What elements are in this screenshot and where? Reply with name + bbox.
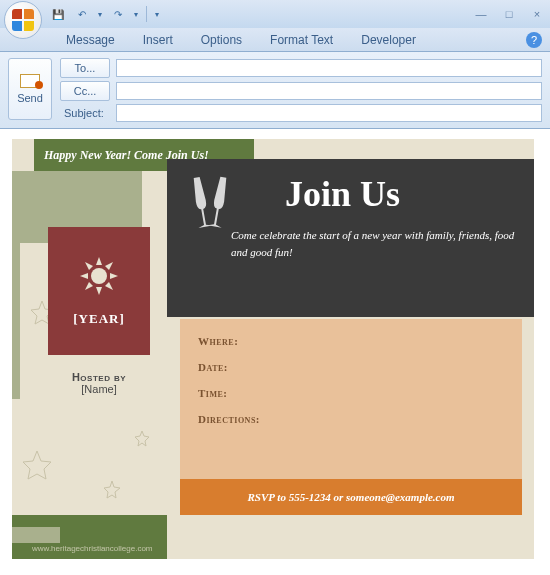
quick-access-toolbar: 💾 ↶ ▾ ↷ ▾ ▾ (50, 6, 159, 22)
tab-format-text[interactable]: Format Text (256, 29, 347, 51)
champagne-glasses-icon (180, 169, 240, 235)
title-bar: 💾 ↶ ▾ ↷ ▾ ▾ — □ × (0, 0, 550, 28)
redo-icon[interactable]: ↷ (110, 6, 126, 22)
tab-developer[interactable]: Developer (347, 29, 430, 51)
watermark-text: www.heritagechristiancollege.com (32, 544, 153, 553)
help-icon[interactable]: ? (526, 32, 542, 48)
invite-subtitle: Come celebrate the start of a new year w… (231, 227, 518, 260)
office-button[interactable] (4, 1, 42, 39)
maximize-button[interactable]: □ (500, 6, 518, 22)
directions-label: Directions: (198, 413, 504, 425)
cc-input[interactable] (116, 82, 542, 100)
close-button[interactable]: × (528, 6, 546, 22)
date-label: Date: (198, 361, 504, 373)
svg-point-0 (91, 268, 107, 284)
tab-message[interactable]: Message (52, 29, 129, 51)
undo-icon[interactable]: ↶ (74, 6, 90, 22)
tab-options[interactable]: Options (187, 29, 256, 51)
subject-input[interactable] (116, 104, 542, 122)
compose-header: Send To... Cc... Subject: (0, 52, 550, 129)
window-controls: — □ × (472, 6, 546, 22)
year-panel: [YEAR] (48, 227, 150, 355)
minimize-button[interactable]: — (472, 6, 490, 22)
invitation-template: Happy New Year! Come Join Us! Join Us Co… (12, 139, 534, 559)
qat-customize-icon[interactable]: ▾ (155, 10, 159, 19)
hosted-name: [Name] (81, 383, 116, 395)
bottom-sage-block (12, 527, 60, 543)
send-button[interactable]: Send (8, 58, 52, 120)
tab-insert[interactable]: Insert (129, 29, 187, 51)
time-label: Time: (198, 387, 504, 399)
to-input[interactable] (116, 59, 542, 77)
message-body[interactable]: Happy New Year! Come Join Us! Join Us Co… (0, 129, 550, 565)
address-fields: To... Cc... Subject: (60, 58, 542, 122)
where-label: Where: (198, 335, 504, 347)
office-logo-icon (12, 9, 34, 31)
qat-separator (146, 6, 147, 22)
sun-icon (78, 255, 120, 297)
hosted-label: Hosted by (72, 371, 126, 383)
send-label: Send (17, 92, 43, 104)
hosted-by: Hosted by [Name] (48, 371, 150, 395)
to-button[interactable]: To... (60, 58, 110, 78)
redo-dropdown-icon[interactable]: ▾ (134, 10, 138, 19)
save-icon[interactable]: 💾 (50, 6, 66, 22)
subject-label: Subject: (60, 107, 110, 119)
invite-title: Join Us (285, 173, 518, 215)
rsvp-bar: RSVP to 555-1234 or someone@example.com (180, 479, 522, 515)
details-panel: Where: Date: Time: Directions: (180, 319, 522, 479)
ribbon-tabs: Message Insert Options Format Text Devel… (0, 28, 550, 52)
cc-button[interactable]: Cc... (60, 81, 110, 101)
year-placeholder: [YEAR] (73, 311, 125, 327)
envelope-icon (20, 74, 40, 88)
undo-dropdown-icon[interactable]: ▾ (98, 10, 102, 19)
